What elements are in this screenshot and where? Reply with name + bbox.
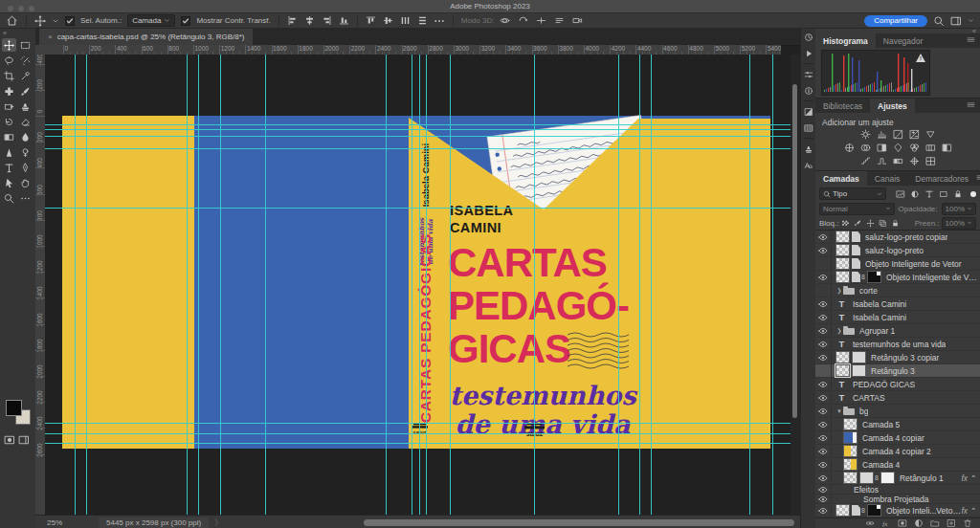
more-options-icon[interactable]: [434, 15, 445, 27]
healing-brush-tool[interactable]: [2, 84, 16, 98]
layer-thumbnail[interactable]: [843, 458, 858, 471]
layer-row[interactable]: saluz-logo-preto copiar: [815, 231, 980, 244]
opacity-value[interactable]: 100%: [942, 203, 976, 215]
layer-visibility-eye-icon[interactable]: [815, 231, 832, 243]
history-brush-tool[interactable]: [2, 115, 16, 128]
layer-row[interactable]: ❯Agrupar 1: [815, 324, 980, 338]
invert-adjustment-icon[interactable]: [941, 143, 953, 153]
layer-name[interactable]: Retângulo 3 copiar: [871, 353, 939, 363]
layer-row[interactable]: Camada 4 copiar: [815, 431, 980, 445]
gradient-map-adjustment-icon[interactable]: [892, 156, 904, 166]
history-panel-icon[interactable]: [801, 29, 816, 45]
vector-mask-thumbnail[interactable]: [852, 351, 866, 363]
zoom-level[interactable]: 25%: [47, 518, 62, 527]
threshold-adjustment-icon[interactable]: [876, 156, 888, 166]
layer-visibility-eye-icon[interactable]: [815, 311, 832, 323]
gradient-tool[interactable]: [2, 130, 16, 143]
layer-row[interactable]: Camada 4: [815, 458, 980, 472]
layer-thumbnail[interactable]: [835, 364, 850, 377]
close-tab-icon[interactable]: ×: [48, 33, 53, 41]
marquee-tool[interactable]: [18, 38, 33, 52]
collapse-tools-icon[interactable]: «: [3, 30, 7, 36]
align-left-icon[interactable]: [287, 15, 298, 26]
workspace-icon[interactable]: [950, 15, 962, 27]
layer-row[interactable]: 8Objeto Inteli...Vetor copiarfx⌃: [815, 504, 980, 517]
layer-visibility-eye-icon[interactable]: [815, 271, 832, 283]
layer-row[interactable]: Retângulo 3: [815, 364, 980, 378]
fill-value[interactable]: 100%: [942, 217, 976, 230]
lock-all-icon[interactable]: [890, 218, 901, 229]
layer-visibility-eye-icon[interactable]: [815, 391, 832, 404]
photo-filter-adjustment-icon[interactable]: [892, 143, 904, 153]
layer-row[interactable]: TCARTAS: [815, 391, 980, 405]
layer-name[interactable]: Camada 4: [862, 460, 900, 470]
layer-row[interactable]: 8Retângulo 1fx⌃: [815, 472, 980, 485]
layer-name[interactable]: bg: [859, 407, 868, 416]
layer-row[interactable]: Objeto Inteligente de Vetor: [815, 257, 980, 271]
align-right-icon[interactable]: [322, 15, 332, 26]
new-layer-icon[interactable]: [947, 518, 956, 528]
hand-tool[interactable]: [18, 176, 33, 189]
layer-name[interactable]: Objeto Inteligente de Vetor: [865, 259, 962, 269]
mask-link-icon[interactable]: 8: [861, 507, 865, 514]
layer-visibility-eye-icon[interactable]: [815, 351, 832, 363]
glyphs-panel-icon[interactable]: [801, 157, 816, 173]
layer-filter-dropdown[interactable]: Tipo: [819, 187, 886, 200]
chevron-down-icon[interactable]: [52, 17, 59, 25]
layer-row[interactable]: saluz-logo-preto: [815, 244, 980, 257]
share-button[interactable]: Compartilhar: [864, 15, 927, 27]
layer-visibility-eye-icon[interactable]: [815, 458, 832, 471]
layer-visibility-eye-icon[interactable]: [815, 445, 832, 457]
pen-tool[interactable]: [18, 161, 33, 174]
blend-mode-dropdown[interactable]: Normal: [819, 203, 895, 215]
distribute-v-icon[interactable]: [417, 15, 428, 26]
type-tool[interactable]: [2, 161, 16, 174]
layer-row[interactable]: Camada 4 copiar 2: [815, 445, 980, 458]
add-mask-icon[interactable]: [898, 518, 907, 528]
layer-mask-thumbnail[interactable]: [867, 504, 881, 517]
layer-visibility-eye-icon[interactable]: [815, 244, 832, 256]
quick-mask-icon[interactable]: [4, 434, 15, 446]
panel-menu-icon[interactable]: [976, 173, 980, 184]
selective-color-adjustment-icon[interactable]: [908, 156, 921, 166]
vector-mask-thumbnail[interactable]: [852, 364, 866, 377]
properties-panel-icon[interactable]: [801, 66, 816, 82]
home-icon[interactable]: [6, 14, 18, 27]
filter-toggle[interactable]: [970, 191, 976, 197]
swatches-panel-icon[interactable]: [801, 103, 816, 120]
tab-ajustes[interactable]: Ajustes: [870, 99, 915, 113]
posterize-adjustment-icon[interactable]: [859, 156, 872, 166]
layer-thumbnail[interactable]: [843, 472, 858, 484]
levels-adjustment-icon[interactable]: [876, 129, 888, 140]
color-swatches[interactable]: [6, 400, 31, 425]
hue-saturation-adjustment-icon[interactable]: [843, 143, 856, 153]
layer-name[interactable]: testemunhos de uma vida: [853, 340, 946, 349]
layer-visibility-eye-icon[interactable]: [815, 378, 832, 390]
layer-name[interactable]: Agrupar 1: [859, 326, 895, 336]
horizontal-scrollbar-thumb[interactable]: [364, 519, 794, 526]
auto-select-dropdown[interactable]: Camada: [127, 14, 175, 27]
layer-thumbnail[interactable]: [835, 257, 850, 270]
layer-row[interactable]: TIsabela Camini: [815, 297, 980, 311]
folder-disclosure-icon[interactable]: ❯: [835, 327, 843, 334]
layer-visibility-eye-icon[interactable]: [815, 504, 832, 517]
document-tab[interactable]: × capa-cartas-isabela.psd @ 25% (Retângu…: [39, 29, 253, 45]
layer-name[interactable]: Sombra Projetada: [863, 495, 929, 504]
layer-mask-thumbnail[interactable]: [880, 472, 895, 484]
dodge-tool[interactable]: [18, 145, 33, 159]
lock-transparent-icon[interactable]: [840, 218, 851, 229]
layer-name[interactable]: Retângulo 1: [900, 473, 944, 483]
layer-name[interactable]: corte: [859, 286, 878, 296]
exposure-adjustment-icon[interactable]: [908, 129, 921, 140]
book-cover-artwork[interactable]: ISABELA CAMINI CARTAS PEDAGÓ- GICAS: [45, 55, 791, 515]
color-balance-adjustment-icon[interactable]: [859, 143, 872, 153]
layer-row[interactable]: Camada 5: [815, 418, 980, 431]
vertical-scrollbar-thumb[interactable]: [792, 84, 797, 418]
layer-fx-icon[interactable]: fx⌃: [962, 473, 977, 483]
layer-name[interactable]: PEDAGÓ GICAS: [853, 380, 915, 389]
black-white-adjustment-icon[interactable]: [876, 143, 888, 153]
layer-fx-icon[interactable]: fx⌃: [962, 506, 977, 516]
align-top-icon[interactable]: [366, 15, 376, 26]
layer-thumbnail[interactable]: [843, 445, 858, 457]
layer-name[interactable]: Efeitos: [854, 485, 879, 495]
